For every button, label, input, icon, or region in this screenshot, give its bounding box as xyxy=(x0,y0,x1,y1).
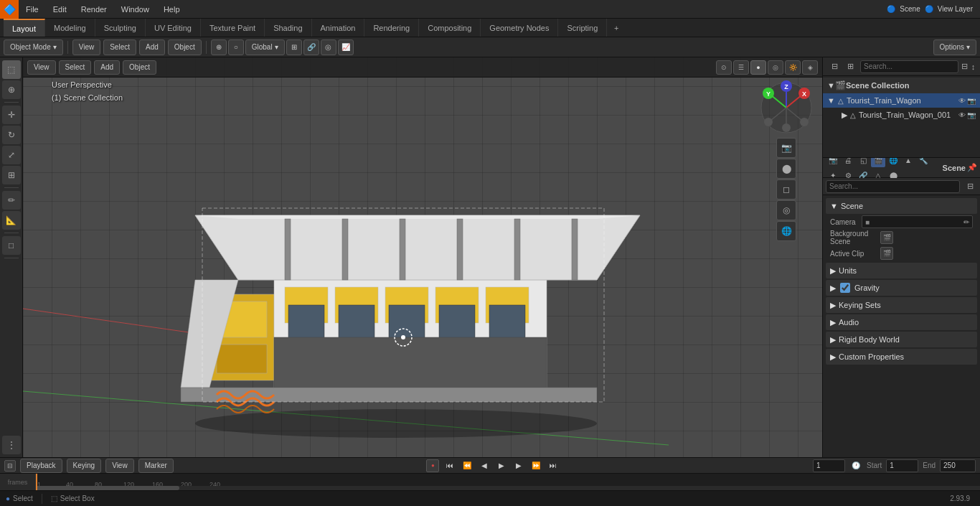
timeline-scrollbar-thumb[interactable] xyxy=(36,486,179,490)
prop-tab-object[interactable]: ▲ xyxy=(901,158,915,167)
timeline-track[interactable]: frames 1 40 80 120 160 200 240 xyxy=(0,474,980,490)
tab-modeling[interactable]: Modeling xyxy=(45,19,95,37)
outliner-item-tourist-train-wagon[interactable]: ▼ △ Tourist_Train_Wagon 👁 📷 xyxy=(823,93,980,108)
3d-viewport[interactable]: User Perspective (1) Scene Collection xyxy=(23,57,822,457)
tab-scripting[interactable]: Scripting xyxy=(558,19,607,37)
keying-sets-section-header[interactable]: ▶ Keying Sets xyxy=(826,297,977,313)
gravity-checkbox[interactable] xyxy=(840,283,850,293)
transform-space[interactable]: Global ▾ xyxy=(245,39,285,55)
camera-picker-icon[interactable]: ✏ xyxy=(963,218,969,226)
gravity-section-header[interactable]: ▶ Gravity xyxy=(826,280,977,296)
tool-measure[interactable]: 📐 xyxy=(2,211,21,230)
viewport-shading-solid[interactable]: ⬤ xyxy=(776,159,796,179)
perspective-ortho-toggle[interactable]: 📷 xyxy=(776,138,796,158)
graph-icon[interactable]: 📈 xyxy=(338,39,354,55)
outliner-icon-1[interactable]: ⊟ xyxy=(827,60,842,74)
properties-search-input[interactable] xyxy=(826,180,960,193)
viewport-object-menu[interactable]: Object xyxy=(123,60,156,75)
properties-pin-icon[interactable]: 📌 xyxy=(967,161,977,175)
units-section-header[interactable]: ▶ Units xyxy=(826,263,977,278)
camera-input[interactable] xyxy=(871,218,962,226)
tool-move[interactable]: ✛ xyxy=(2,106,21,124)
render-visibility-icon[interactable]: 📷 xyxy=(967,97,976,105)
timeline-scrollbar[interactable] xyxy=(36,486,980,490)
prop-tab-view-layer[interactable]: ◱ xyxy=(856,158,870,167)
menu-edit[interactable]: Edit xyxy=(46,0,74,18)
menu-window[interactable]: Window xyxy=(114,0,156,18)
play-button[interactable]: ▶ xyxy=(495,459,508,472)
tab-rendering[interactable]: Rendering xyxy=(364,19,419,37)
viewport-add-menu[interactable]: Add xyxy=(94,60,120,75)
tool-rotate[interactable]: ↻ xyxy=(2,126,21,144)
menu-render[interactable]: Render xyxy=(74,0,114,18)
overlay-btn[interactable]: ☰ xyxy=(733,60,749,75)
tab-shading[interactable]: Shading xyxy=(265,19,311,37)
outliner-filter-btn[interactable]: ⊟ xyxy=(961,60,968,74)
marker-menu[interactable]: Marker xyxy=(138,459,174,473)
prop-tab-world[interactable]: 🌐 xyxy=(886,158,900,167)
navigation-gizmo[interactable]: Z X Y xyxy=(758,79,815,136)
prop-tab-render[interactable]: 📷 xyxy=(826,158,840,167)
menu-help[interactable]: Help xyxy=(156,0,187,18)
proportional-icon[interactable]: ◎ xyxy=(321,39,336,55)
frame-clock-icon[interactable]: 🕐 xyxy=(849,459,862,472)
xray-btn[interactable]: ◈ xyxy=(802,60,818,75)
jump-start-button[interactable]: ⏮ xyxy=(443,459,456,472)
tool-transform[interactable]: ⊞ xyxy=(2,166,21,184)
keying-menu[interactable]: Keying xyxy=(67,459,102,473)
menu-file[interactable]: File xyxy=(19,0,46,18)
outliner-search-input[interactable] xyxy=(860,60,958,73)
prop-tab-output[interactable]: 🖨 xyxy=(841,158,855,167)
child-render-icon[interactable]: 📷 xyxy=(967,111,976,119)
custom-props-section-header[interactable]: ▶ Custom Properties xyxy=(826,349,977,365)
viewport-view-menu[interactable]: View xyxy=(27,60,56,75)
shader-mode-btn[interactable]: ⊙ xyxy=(716,60,732,75)
next-keyframe-button[interactable]: ⏩ xyxy=(529,459,542,472)
rendered-shading-btn[interactable]: 🔆 xyxy=(785,60,801,75)
add-tab-button[interactable]: + xyxy=(607,20,626,36)
audio-section-header[interactable]: ▶ Audio xyxy=(826,314,977,330)
outliner-icon-2[interactable]: ⊞ xyxy=(843,60,857,74)
prop-tab-modifier[interactable]: 🔧 xyxy=(916,158,930,167)
tool-select[interactable]: ⬚ xyxy=(2,60,21,79)
child-visibility-icon[interactable]: 👁 xyxy=(958,111,966,119)
current-frame-input[interactable]: 1 xyxy=(813,459,845,472)
background-scene-icon-btn[interactable]: 🎬 xyxy=(880,231,893,244)
outliner-sort-btn[interactable]: ↕ xyxy=(971,60,976,74)
prev-frame-button[interactable]: ◀ xyxy=(478,459,491,472)
viewport-shading-wire[interactable]: ◻ xyxy=(776,179,796,200)
prop-tab-scene[interactable]: 🎬 xyxy=(871,158,885,167)
snap-icon[interactable]: ⊕ xyxy=(211,39,227,55)
playback-menu[interactable]: Playback xyxy=(20,459,62,473)
solid-shading-btn[interactable]: ● xyxy=(750,60,766,75)
timeline-view-menu[interactable]: View xyxy=(105,459,134,473)
viewport-shading-material[interactable]: ◎ xyxy=(776,200,796,220)
add-menu[interactable]: Add xyxy=(139,39,165,55)
viewport-shading-rendered[interactable]: 🌐 xyxy=(776,221,796,241)
snap-to-icon[interactable]: 🔗 xyxy=(303,39,319,55)
material-shading-btn[interactable]: ◎ xyxy=(768,60,783,75)
playhead[interactable] xyxy=(36,474,37,490)
scene-collection-header[interactable]: ▼ 🎬 Scene Collection xyxy=(823,78,980,93)
record-button[interactable]: ● xyxy=(426,459,439,472)
jump-end-button[interactable]: ⏭ xyxy=(547,459,560,472)
properties-options-icon[interactable]: ⊟ xyxy=(963,180,977,193)
mode-selector[interactable]: Object Mode ▾ xyxy=(4,39,63,55)
end-frame-input[interactable]: 250 xyxy=(940,459,976,472)
outliner-item-tourist-train-wagon-001[interactable]: ▶ △ Tourist_Train_Wagon_001 👁 📷 xyxy=(823,108,980,122)
tab-compositing[interactable]: Compositing xyxy=(419,19,481,37)
tool-add-cube[interactable]: □ xyxy=(2,236,21,255)
tab-texture-paint[interactable]: Texture Paint xyxy=(201,19,265,37)
tab-animation[interactable]: Animation xyxy=(312,19,365,37)
object-menu[interactable]: Object xyxy=(168,39,202,55)
rigid-body-section-header[interactable]: ▶ Rigid Body World xyxy=(826,332,977,347)
next-frame-button[interactable]: ▶ xyxy=(512,459,525,472)
prev-keyframe-button[interactable]: ⏪ xyxy=(461,459,473,472)
tab-geometry-nodes[interactable]: Geometry Nodes xyxy=(481,19,558,37)
timeline-editor-type[interactable]: ⊟ xyxy=(4,460,16,472)
tab-sculpting[interactable]: Sculpting xyxy=(95,19,146,37)
start-frame-input[interactable]: 1 xyxy=(886,459,918,472)
visibility-icon[interactable]: 👁 xyxy=(958,97,966,105)
viewport-select-menu[interactable]: Select xyxy=(59,60,92,75)
pivot-icon[interactable]: ⊞ xyxy=(286,39,302,55)
